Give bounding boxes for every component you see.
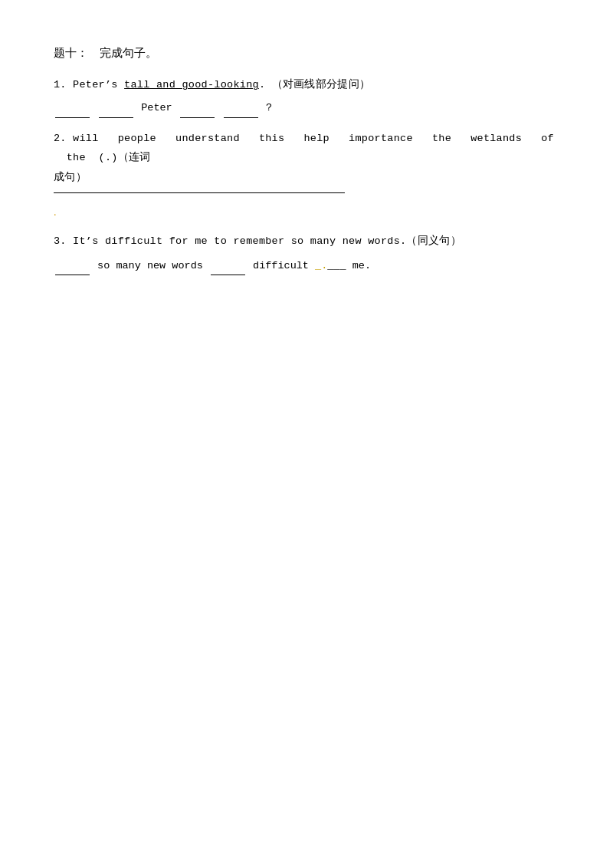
blank-3-1	[55, 263, 90, 275]
blank-1-2	[99, 106, 133, 118]
underlined-text-1: tall and good-looking	[124, 79, 259, 90]
question-2-text: 2. will people understand this help impo…	[54, 129, 559, 168]
question-2-continuation: 成句）	[54, 168, 559, 188]
question-2: 2. will people understand this help impo…	[54, 129, 559, 222]
blank-3-2	[211, 263, 245, 275]
section-title: 题十： 完成句子。	[54, 46, 559, 61]
question-3: 3. It’s difficult for me to remember so …	[54, 232, 559, 276]
highlighted-the: the	[67, 152, 86, 163]
question-3-answer: so many new words difficult _.___ me.	[54, 257, 559, 275]
period-mark: .	[54, 202, 57, 222]
blank-1-1	[55, 106, 90, 118]
question-1-answer: Peter ?	[54, 99, 559, 117]
question-2-answer-line: .	[54, 192, 559, 222]
question-1: 1. Peter’s tall and good-looking. （对画线部分…	[54, 76, 559, 118]
question-3-text: 3. It’s difficult for me to remember so …	[54, 232, 559, 251]
page-container: 题十： 完成句子。 1. Peter’s tall and good-looki…	[54, 46, 559, 275]
question-1-text: 1. Peter’s tall and good-looking. （对画线部分…	[54, 76, 559, 94]
dot-mark: _.___	[315, 260, 346, 271]
blank-1-3	[180, 106, 215, 118]
blank-1-4	[224, 106, 258, 118]
